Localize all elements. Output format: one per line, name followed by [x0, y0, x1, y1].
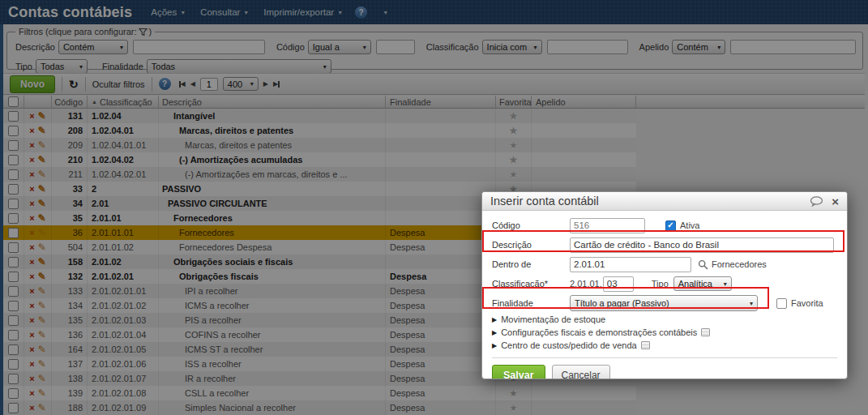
descricao-label: Descrição [492, 240, 570, 250]
descricao-input[interactable] [570, 237, 834, 253]
dentro-de-input[interactable] [570, 257, 691, 272]
modal-body: Código Ativa Descrição Dentro de Fornece… [482, 211, 847, 379]
chevron-down-icon: ▾ [724, 280, 727, 288]
close-icon[interactable]: × [832, 195, 839, 208]
tipo-select[interactable]: Analítica ▾ [673, 276, 732, 291]
modal-title-bar: Inserir conta contábil × [482, 192, 847, 211]
dentro-de-ref: Fornecedores [712, 259, 767, 269]
section-movimentacao-estoque[interactable]: ▶ Movimentação de estoque [492, 313, 837, 326]
expand-arrow-icon: ▶ [492, 316, 497, 323]
search-icon[interactable] [698, 259, 708, 270]
codigo-label: Código [492, 220, 570, 230]
classificacao-prefix: 2.01.01. [570, 279, 602, 289]
favorita-checkbox[interactable] [776, 298, 787, 309]
expand-arrow-icon: ▶ [492, 342, 497, 349]
ativa-label: Ativa [680, 220, 699, 230]
tipo-label: Tipo [652, 279, 669, 289]
section-configuracoes-fiscais[interactable]: ▶ Configurações fiscais e demonstrações … [492, 326, 837, 339]
chevron-down-icon: ▾ [750, 300, 753, 307]
table-grid-icon [641, 341, 650, 349]
classificacao-label: Classificação* [492, 279, 570, 289]
favorita-label: Favorita [791, 298, 823, 308]
comment-bubble-icon[interactable] [810, 196, 823, 207]
expand-arrow-icon: ▶ [492, 329, 497, 336]
modal-title: Inserir conta contábil [490, 195, 599, 208]
finalidade-select[interactable]: Título a pagar (Passivo) ▾ [570, 295, 758, 311]
app-window: Contas contábeis Ações ▼ Consultar ▼ Imp… [0, 0, 868, 415]
finalidade-label: Finalidade [492, 298, 570, 308]
table-grid-icon [701, 328, 710, 336]
cancelar-button[interactable]: Cancelar [552, 365, 610, 379]
codigo-input[interactable] [570, 218, 645, 233]
dentro-de-label: Dentro de [492, 259, 570, 269]
classificacao-input[interactable] [603, 276, 634, 292]
inserir-conta-modal: Inserir conta contábil × Código Ativa De… [481, 191, 848, 379]
ativa-checkbox[interactable] [665, 220, 676, 231]
salvar-button[interactable]: Salvar [492, 365, 545, 379]
section-centro-custos[interactable]: ▶ Centro de custos/pedido de venda [492, 339, 837, 352]
